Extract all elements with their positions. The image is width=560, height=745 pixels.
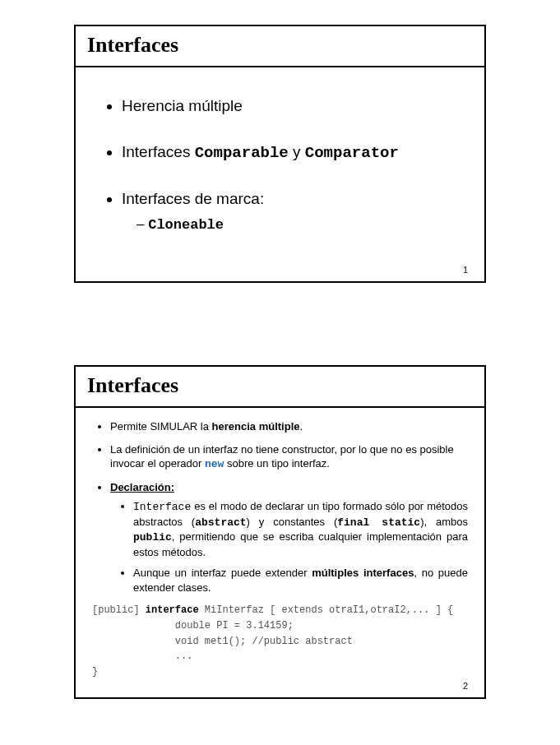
code-abstract: abstract [195, 516, 246, 529]
text: Aunque un interfaz puede extender [133, 567, 312, 579]
keyword-interface: interface [146, 604, 199, 616]
bullet-definicion: La definición de un interfaz no tiene co… [110, 442, 468, 472]
slide-2-body: Permite SIMULAR la herencia múltiple. La… [76, 408, 484, 697]
page-number-2: 2 [463, 681, 468, 691]
sub-interface-def: Interface es el modo de declarar un tipo… [133, 499, 468, 559]
bullet-declaracion: Declaración: Interface es el modo de dec… [110, 480, 468, 595]
slide-2-list: Permite SIMULAR la herencia múltiple. La… [92, 419, 468, 595]
bullet-marca: Interfaces de marca: Cloneable [122, 190, 461, 233]
text: ), ambos [420, 516, 468, 528]
text: , permitiendo que se escriba cualquier i… [133, 530, 468, 558]
sub-cloneable: Cloneable [137, 216, 461, 233]
code-interface-word: Interface [133, 501, 191, 513]
bullet-herencia: Herencia múltiple [122, 97, 461, 115]
code-line-4: ... [92, 650, 192, 662]
text: sobre un tipo interfaz. [224, 457, 330, 470]
bold-multiples: múltiples interfaces [312, 567, 414, 579]
page-container: Interfaces Herencia múltiple Interfaces … [0, 0, 560, 745]
code-line-1: [public] interface MiInterfaz [ extends … [92, 604, 453, 616]
code-line-3: void met1(); //public abstract [92, 636, 353, 647]
code-public: public [133, 531, 172, 544]
sub-extender: Aunque un interfaz puede extender múltip… [133, 566, 468, 595]
sub-list: Cloneable [122, 216, 461, 233]
text: Interfaces [122, 143, 195, 160]
code-block: [public] interface MiInterfaz [ extends … [92, 603, 468, 679]
text: y [289, 143, 305, 160]
slide-1-body: Herencia múltiple Interfaces Comparable … [76, 67, 484, 281]
bold-herencia: herencia múltiple [212, 420, 300, 433]
code-line-5: } [92, 666, 98, 678]
declaration-heading: Declaración: [110, 481, 174, 493]
text: Interfaces de marca: [122, 190, 264, 207]
code-line-2: double PI = 3.14159; [92, 620, 294, 632]
slide-gap [74, 283, 486, 365]
code-comparable: Comparable [195, 144, 289, 162]
slide-1-title: Interfaces [76, 26, 484, 67]
bullet-simular: Permite SIMULAR la herencia múltiple. [110, 419, 468, 434]
code-final-static: final static [337, 516, 420, 529]
slide-1: Interfaces Herencia múltiple Interfaces … [74, 25, 486, 283]
code-cloneable: Cloneable [148, 217, 224, 233]
code-new: new [205, 458, 224, 470]
code-comparator: Comparator [305, 144, 399, 162]
text: [public] [92, 604, 146, 616]
slide-2: Interfaces Permite SIMULAR la herencia m… [74, 365, 486, 699]
text: . [299, 420, 303, 433]
text: ) y constantes ( [247, 516, 338, 528]
text: Permite SIMULAR la [110, 420, 212, 433]
bullet-interfaces: Interfaces Comparable y Comparator [122, 143, 461, 162]
slide-1-list: Herencia múltiple Interfaces Comparable … [99, 97, 461, 233]
page-number-1: 1 [463, 265, 468, 275]
slide-2-title: Interfaces [76, 367, 484, 408]
text: MiInterfaz [ extends otraI1,otraI2,... ]… [199, 604, 454, 616]
declaration-sublist: Interface es el modo de declarar un tipo… [110, 499, 468, 595]
